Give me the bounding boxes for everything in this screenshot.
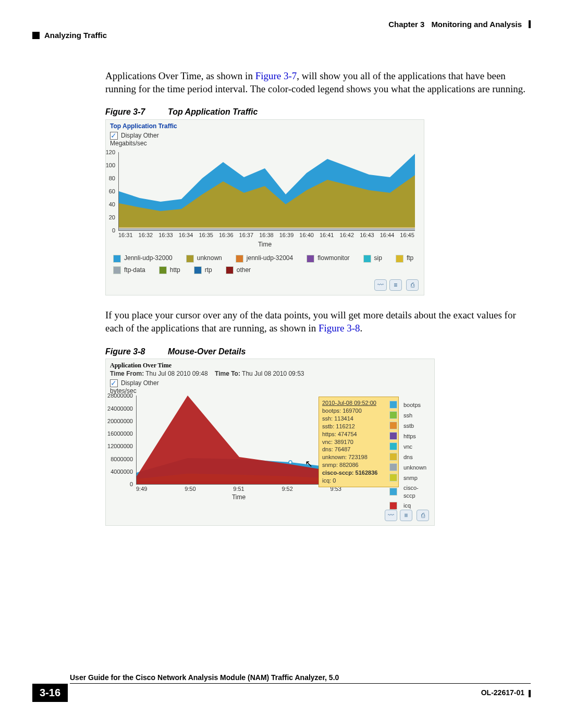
y-axis-ticks: 2800000024000000200000001600000012000000… <box>106 396 136 484</box>
doc-number: OL-22617-01 <box>481 688 531 697</box>
chart-toolbar: 〰≡ ⎙ <box>372 279 419 291</box>
figure-3-8-caption: Figure 3-8Mouse-Over Details <box>105 347 528 357</box>
y-unit-label: bytes/sec <box>106 387 434 396</box>
display-other-checkbox[interactable] <box>110 379 118 387</box>
display-other-label: Display Other <box>121 379 159 388</box>
figure-3-7: Top Application Traffic Display Other Me… <box>105 119 424 295</box>
x-axis-label: Time <box>106 241 424 249</box>
chart-area <box>118 152 415 231</box>
display-other-checkbox[interactable] <box>110 132 118 140</box>
chart-area <box>136 396 342 485</box>
legend: Jennli-udp-32000 unknown jennli-udp-3200… <box>113 254 418 278</box>
figure-3-7-link[interactable]: Figure 3-7 <box>255 70 297 81</box>
x-axis-ticks: 16:3116:3216:3316:3416:3516:3616:3716:38… <box>118 231 414 239</box>
y-axis-ticks: 120100806040200 <box>106 152 118 230</box>
paragraph-1: Applications Over Time, as shown in Figu… <box>105 70 528 95</box>
section-title: Analyzing Traffic <box>44 31 107 40</box>
square-icon <box>32 32 40 39</box>
figure-3-7-caption: Figure 3-7Top Application Traffic <box>105 107 528 118</box>
export-icon[interactable]: ⎙ <box>417 510 429 521</box>
chart-title: Top Application Traffic <box>106 120 424 131</box>
x-axis-ticks: 9:499:509:519:529:53 <box>136 485 341 492</box>
export-icon[interactable]: ⎙ <box>406 279 419 291</box>
header-left: Analyzing Traffic <box>32 31 531 40</box>
page-number: 3-16 <box>32 684 68 702</box>
figure-3-8-link[interactable]: Figure 3-8 <box>319 323 360 334</box>
chart-view-icon[interactable]: 〰 <box>385 510 397 521</box>
time-range: Time From: Thu Jul 08 2010 09:48 Time To… <box>106 370 434 378</box>
header-right: Chapter 3 Monitoring and Analysis <box>32 20 531 29</box>
svg-point-0 <box>289 461 292 464</box>
paragraph-2: If you place your cursor over any of the… <box>105 309 528 335</box>
figure-3-8: Application Over Time Time From: Thu Jul… <box>105 359 435 526</box>
footer: User Guide for the Cisco Network Analysi… <box>32 673 531 702</box>
vbar-icon <box>529 690 531 697</box>
chart-toolbar: 〰≡ ⎙ <box>382 510 429 521</box>
chapter-num: Chapter 3 <box>388 20 424 29</box>
footer-title: User Guide for the Cisco Network Analysi… <box>70 673 531 682</box>
table-view-icon[interactable]: ≡ <box>389 279 402 291</box>
cursor-icon: ↖ <box>305 458 313 470</box>
table-view-icon[interactable]: ≡ <box>400 510 412 521</box>
chart-title: Application Over Time <box>106 359 434 370</box>
hover-tooltip: 2010-Jul-08 09:52:00 bootps: 169700ssh: … <box>319 397 399 487</box>
vbar-icon <box>529 20 531 28</box>
chapter-title: Monitoring and Analysis <box>431 20 522 29</box>
legend: bootps ssh sstb https vnc dns unknown sn… <box>389 401 430 512</box>
display-other-label: Display Other <box>121 132 159 140</box>
body: Applications Over Time, as shown in Figu… <box>105 70 528 526</box>
y-unit-label: Megabits/sec <box>106 140 424 148</box>
chart-view-icon[interactable]: 〰 <box>374 279 387 291</box>
x-axis-label: Time <box>136 493 341 502</box>
